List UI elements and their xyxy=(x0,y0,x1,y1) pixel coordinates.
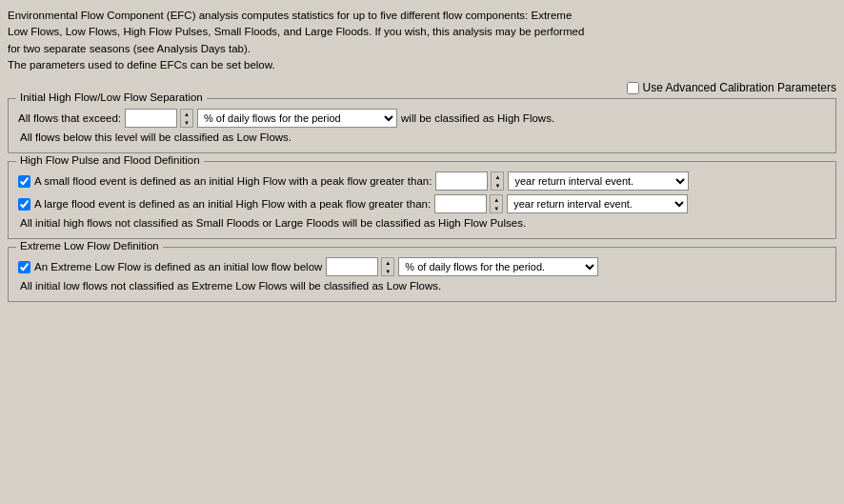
desc-line3: for two separate seasons (see Analysis D… xyxy=(8,43,251,54)
high-low-threshold-input[interactable]: 75.00 xyxy=(125,109,177,128)
desc-line2: Low Flows, Low Flows, High Flow Pulses, … xyxy=(8,26,584,37)
extreme-low-flow-sub-text: All initial low flows not classified as … xyxy=(20,280,826,292)
small-flood-spin-down[interactable]: ▼ xyxy=(492,181,503,190)
initial-high-low-row: All flows that exceed: 75.00 ▲ ▼ % of da… xyxy=(18,109,826,128)
desc-line1: Environmental Flow Component (EFC) analy… xyxy=(8,10,572,21)
extreme-low-flow-spin-up[interactable]: ▲ xyxy=(382,258,393,267)
high-low-spinner[interactable]: ▲ ▼ xyxy=(180,109,193,128)
high-low-spin-down[interactable]: ▼ xyxy=(181,118,192,127)
high-flow-pulse-sub-text: All initial high flows not classified as… xyxy=(20,217,826,229)
high-low-dropdown[interactable]: % of daily flows for the period % of ann… xyxy=(197,109,397,128)
large-flood-spin-down[interactable]: ▼ xyxy=(491,204,502,212)
extreme-low-flow-section: Extreme Low Flow Definition An Extreme L… xyxy=(8,247,836,302)
description-block: Environmental Flow Component (EFC) analy… xyxy=(8,8,836,73)
extreme-low-flow-row: An Extreme Low Flow is defined as an ini… xyxy=(18,257,826,276)
advanced-calibration-checkbox[interactable] xyxy=(627,82,639,94)
all-flows-exceed-label: All flows that exceed: xyxy=(18,112,121,124)
low-flow-sub-text: All flows below this level will be class… xyxy=(20,131,826,143)
extreme-low-flow-label: An Extreme Low Flow is defined as an ini… xyxy=(34,261,322,272)
large-flood-spin-up[interactable]: ▲ xyxy=(491,195,502,204)
extreme-low-flow-dropdown[interactable]: % of daily flows for the period. % of an… xyxy=(398,257,598,276)
small-flood-input[interactable]: 2.00 xyxy=(435,171,488,191)
extreme-low-flow-legend: Extreme Low Flow Definition xyxy=(16,240,163,252)
small-flood-dropdown[interactable]: year return interval event. absolute val… xyxy=(508,171,689,191)
extreme-low-flow-spinner[interactable]: ▲ ▼ xyxy=(381,257,394,276)
initial-high-low-legend: Initial High Flow/Low Flow Separation xyxy=(16,91,207,103)
advanced-calibration-label: Use Advanced Calibration Parameters xyxy=(643,81,836,94)
extreme-low-flow-spin-down[interactable]: ▼ xyxy=(382,267,393,275)
small-flood-label: A small flood event is defined as an ini… xyxy=(34,175,432,187)
small-flood-checkbox[interactable] xyxy=(18,175,30,188)
small-flood-row: A small flood event is defined as an ini… xyxy=(18,171,826,191)
large-flood-checkbox[interactable] xyxy=(18,198,30,211)
extreme-low-flow-input[interactable]: 10.00 xyxy=(326,257,378,276)
desc-line4: The parameters used to define EFCs can b… xyxy=(8,59,275,71)
small-flood-spinner[interactable]: ▲ ▼ xyxy=(491,171,504,191)
high-flow-pulse-section: High Flow Pulse and Flood Definition A s… xyxy=(8,161,836,239)
high-flow-suffix-label: will be classified as High Flows. xyxy=(401,112,554,124)
small-flood-spin-up[interactable]: ▲ xyxy=(492,172,503,181)
extreme-low-flow-checkbox[interactable] xyxy=(18,261,30,273)
large-flood-input[interactable]: 10.00 xyxy=(434,194,487,213)
high-flow-pulse-legend: High Flow Pulse and Flood Definition xyxy=(16,154,204,166)
large-flood-row: A large flood event is defined as an ini… xyxy=(18,194,826,213)
large-flood-dropdown[interactable]: year return interval event. absolute val… xyxy=(507,194,688,213)
large-flood-spinner[interactable]: ▲ ▼ xyxy=(490,194,503,213)
high-low-spin-up[interactable]: ▲ xyxy=(181,110,192,118)
large-flood-label: A large flood event is defined as an ini… xyxy=(34,198,431,210)
initial-high-low-section: Initial High Flow/Low Flow Separation Al… xyxy=(8,98,836,153)
